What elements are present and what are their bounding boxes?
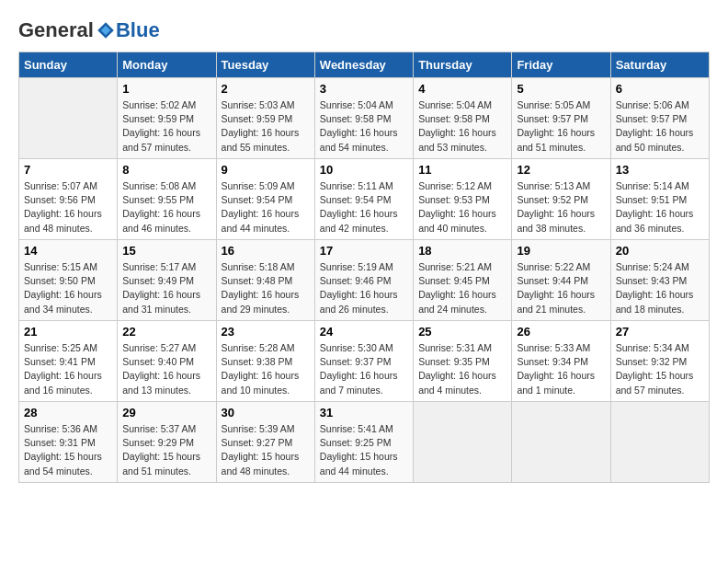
calendar-cell: 11Sunrise: 5:12 AM Sunset: 9:53 PM Dayli… — [414, 159, 512, 240]
day-detail: Sunrise: 5:28 AM Sunset: 9:38 PM Dayligh… — [222, 341, 310, 397]
day-detail: Sunrise: 5:36 AM Sunset: 9:31 PM Dayligh… — [24, 422, 112, 478]
day-detail: Sunrise: 5:13 AM Sunset: 9:52 PM Dayligh… — [517, 179, 605, 236]
calendar-cell: 24Sunrise: 5:30 AM Sunset: 9:37 PM Dayli… — [314, 321, 413, 402]
day-detail: Sunrise: 5:25 AM Sunset: 9:41 PM Dayligh… — [24, 341, 112, 397]
calendar-cell — [610, 402, 709, 483]
calendar-cell: 18Sunrise: 5:21 AM Sunset: 9:45 PM Dayli… — [414, 240, 512, 321]
day-number: 4 — [418, 82, 506, 96]
day-number: 17 — [320, 244, 408, 258]
calendar-cell: 15Sunrise: 5:17 AM Sunset: 9:49 PM Dayli… — [118, 240, 216, 321]
day-number: 18 — [418, 244, 506, 258]
calendar-cell: 12Sunrise: 5:13 AM Sunset: 9:52 PM Dayli… — [512, 159, 610, 240]
day-number: 15 — [122, 244, 210, 258]
day-number: 29 — [122, 406, 210, 419]
day-number: 2 — [222, 82, 310, 96]
day-number: 27 — [616, 325, 704, 339]
day-number: 6 — [616, 82, 704, 96]
day-detail: Sunrise: 5:03 AM Sunset: 9:59 PM Dayligh… — [222, 98, 310, 155]
day-detail: Sunrise: 5:24 AM Sunset: 9:43 PM Dayligh… — [616, 260, 704, 316]
day-detail: Sunrise: 5:02 AM Sunset: 9:59 PM Dayligh… — [122, 98, 210, 155]
day-number: 23 — [222, 325, 310, 339]
calendar-cell: 1Sunrise: 5:02 AM Sunset: 9:59 PM Daylig… — [118, 78, 216, 159]
day-detail: Sunrise: 5:18 AM Sunset: 9:48 PM Dayligh… — [222, 260, 310, 316]
day-detail: Sunrise: 5:37 AM Sunset: 9:29 PM Dayligh… — [122, 422, 210, 478]
day-detail: Sunrise: 5:15 AM Sunset: 9:50 PM Dayligh… — [24, 260, 112, 316]
calendar-cell: 22Sunrise: 5:27 AM Sunset: 9:40 PM Dayli… — [118, 321, 216, 402]
day-detail: Sunrise: 5:08 AM Sunset: 9:55 PM Dayligh… — [122, 179, 210, 236]
header-tuesday: Tuesday — [216, 52, 314, 78]
calendar-cell: 3Sunrise: 5:04 AM Sunset: 9:58 PM Daylig… — [314, 78, 413, 159]
calendar-cell: 28Sunrise: 5:36 AM Sunset: 9:31 PM Dayli… — [19, 402, 118, 483]
logo-general: General — [18, 18, 94, 42]
day-detail: Sunrise: 5:41 AM Sunset: 9:25 PM Dayligh… — [320, 422, 408, 478]
calendar-cell — [19, 78, 118, 159]
day-detail: Sunrise: 5:12 AM Sunset: 9:53 PM Dayligh… — [418, 179, 506, 236]
calendar-header-row: SundayMondayTuesdayWednesdayThursdayFrid… — [19, 52, 710, 78]
header-wednesday: Wednesday — [314, 52, 413, 78]
day-number: 20 — [616, 244, 704, 258]
header-saturday: Saturday — [610, 52, 709, 78]
calendar-cell — [414, 402, 512, 483]
page-header: GeneralBlue — [18, 18, 710, 42]
calendar-cell: 16Sunrise: 5:18 AM Sunset: 9:48 PM Dayli… — [216, 240, 314, 321]
calendar-table: SundayMondayTuesdayWednesdayThursdayFrid… — [18, 52, 710, 483]
day-number: 16 — [222, 244, 310, 258]
day-detail: Sunrise: 5:22 AM Sunset: 9:44 PM Dayligh… — [517, 260, 605, 316]
day-detail: Sunrise: 5:31 AM Sunset: 9:35 PM Dayligh… — [418, 341, 506, 397]
calendar-cell: 30Sunrise: 5:39 AM Sunset: 9:27 PM Dayli… — [216, 402, 314, 483]
calendar-cell: 8Sunrise: 5:08 AM Sunset: 9:55 PM Daylig… — [118, 159, 216, 240]
day-detail: Sunrise: 5:19 AM Sunset: 9:46 PM Dayligh… — [320, 260, 408, 316]
logo-blue: Blue — [116, 18, 160, 41]
day-number: 31 — [320, 406, 408, 419]
calendar-cell: 23Sunrise: 5:28 AM Sunset: 9:38 PM Dayli… — [216, 321, 314, 402]
day-number: 3 — [320, 82, 408, 96]
calendar-cell — [512, 402, 610, 483]
day-detail: Sunrise: 5:04 AM Sunset: 9:58 PM Dayligh… — [320, 98, 408, 155]
day-detail: Sunrise: 5:06 AM Sunset: 9:57 PM Dayligh… — [616, 98, 704, 155]
calendar-cell: 31Sunrise: 5:41 AM Sunset: 9:25 PM Dayli… — [314, 402, 413, 483]
day-detail: Sunrise: 5:30 AM Sunset: 9:37 PM Dayligh… — [320, 341, 408, 397]
day-detail: Sunrise: 5:39 AM Sunset: 9:27 PM Dayligh… — [222, 422, 310, 478]
day-number: 8 — [122, 163, 210, 177]
day-number: 22 — [122, 325, 210, 339]
day-detail: Sunrise: 5:27 AM Sunset: 9:40 PM Dayligh… — [122, 341, 210, 397]
day-detail: Sunrise: 5:05 AM Sunset: 9:57 PM Dayligh… — [517, 98, 605, 155]
day-number: 7 — [24, 163, 112, 177]
day-number: 9 — [222, 163, 310, 177]
header-thursday: Thursday — [414, 52, 512, 78]
calendar-week-4: 21Sunrise: 5:25 AM Sunset: 9:41 PM Dayli… — [19, 321, 710, 402]
calendar-cell: 2Sunrise: 5:03 AM Sunset: 9:59 PM Daylig… — [216, 78, 314, 159]
day-detail: Sunrise: 5:07 AM Sunset: 9:56 PM Dayligh… — [24, 179, 112, 236]
day-detail: Sunrise: 5:04 AM Sunset: 9:58 PM Dayligh… — [418, 98, 506, 155]
calendar-cell: 19Sunrise: 5:22 AM Sunset: 9:44 PM Dayli… — [512, 240, 610, 321]
day-number: 11 — [418, 163, 506, 177]
day-number: 28 — [24, 406, 112, 419]
calendar-cell: 14Sunrise: 5:15 AM Sunset: 9:50 PM Dayli… — [19, 240, 118, 321]
day-detail: Sunrise: 5:34 AM Sunset: 9:32 PM Dayligh… — [616, 341, 704, 397]
day-detail: Sunrise: 5:14 AM Sunset: 9:51 PM Dayligh… — [616, 179, 704, 236]
day-number: 5 — [517, 82, 605, 96]
calendar-cell: 9Sunrise: 5:09 AM Sunset: 9:54 PM Daylig… — [216, 159, 314, 240]
logo: GeneralBlue — [18, 18, 160, 42]
calendar-cell: 10Sunrise: 5:11 AM Sunset: 9:54 PM Dayli… — [314, 159, 413, 240]
calendar-cell: 27Sunrise: 5:34 AM Sunset: 9:32 PM Dayli… — [610, 321, 709, 402]
day-number: 24 — [320, 325, 408, 339]
day-number: 25 — [418, 325, 506, 339]
day-number: 14 — [24, 244, 112, 258]
calendar-week-1: 1Sunrise: 5:02 AM Sunset: 9:59 PM Daylig… — [19, 78, 710, 159]
day-number: 10 — [320, 163, 408, 177]
header-monday: Monday — [118, 52, 216, 78]
calendar-cell: 17Sunrise: 5:19 AM Sunset: 9:46 PM Dayli… — [314, 240, 413, 321]
calendar-cell: 26Sunrise: 5:33 AM Sunset: 9:34 PM Dayli… — [512, 321, 610, 402]
day-number: 1 — [122, 82, 210, 96]
day-number: 19 — [517, 244, 605, 258]
calendar-cell: 7Sunrise: 5:07 AM Sunset: 9:56 PM Daylig… — [19, 159, 118, 240]
header-friday: Friday — [512, 52, 610, 78]
day-number: 21 — [24, 325, 112, 339]
calendar-cell: 13Sunrise: 5:14 AM Sunset: 9:51 PM Dayli… — [610, 159, 709, 240]
logo-icon — [96, 20, 116, 40]
day-detail: Sunrise: 5:09 AM Sunset: 9:54 PM Dayligh… — [222, 179, 310, 236]
calendar-cell: 5Sunrise: 5:05 AM Sunset: 9:57 PM Daylig… — [512, 78, 610, 159]
day-number: 13 — [616, 163, 704, 177]
day-number: 30 — [222, 406, 310, 419]
